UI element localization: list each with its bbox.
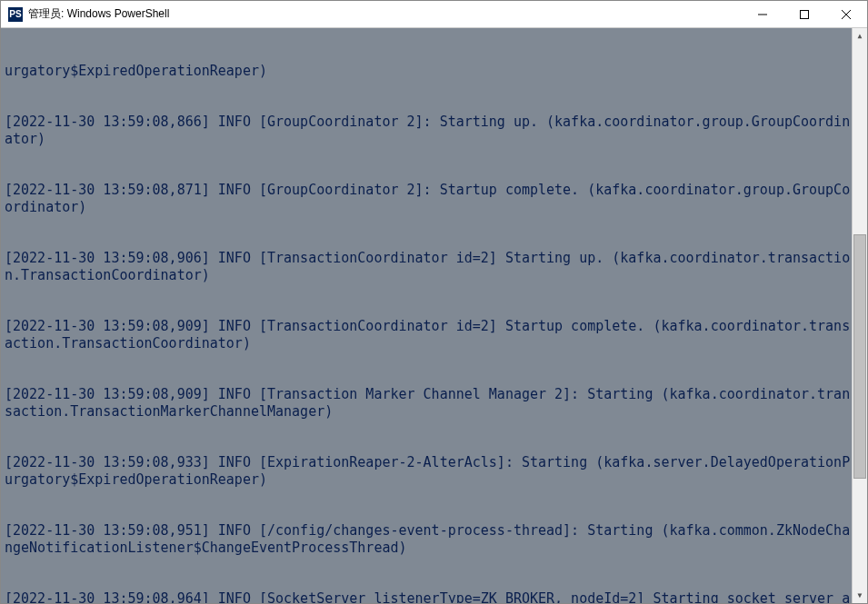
titlebar[interactable]: PS 管理员: Windows PowerShell	[1, 1, 867, 28]
log-line: urgatory$ExpiredOperationReaper)	[5, 63, 851, 80]
window-title: 管理员: Windows PowerShell	[28, 6, 742, 22]
powershell-window: PS 管理员: Windows PowerShell urgatory$Expi…	[0, 0, 868, 604]
scrollbar-thumb[interactable]	[853, 234, 866, 480]
log-line: [2022-11-30 13:59:08,964] INFO [SocketSe…	[5, 590, 851, 603]
console-output: urgatory$ExpiredOperationReaper) [2022-1…	[5, 28, 851, 603]
scrollbar-track[interactable]	[853, 44, 867, 588]
console-area[interactable]: urgatory$ExpiredOperationReaper) [2022-1…	[1, 28, 867, 603]
powershell-icon-label: PS	[9, 10, 21, 19]
log-line: [2022-11-30 13:59:08,951] INFO [/config/…	[5, 522, 851, 557]
window-controls	[742, 1, 867, 27]
svg-rect-1	[801, 10, 809, 18]
minimize-button[interactable]	[742, 1, 783, 27]
scrollbar-up-arrow[interactable]: ▲	[853, 28, 867, 44]
log-line: [2022-11-30 13:59:08,909] INFO [Transact…	[5, 386, 851, 421]
scrollbar-down-arrow[interactable]: ▼	[853, 588, 867, 603]
minimize-icon	[758, 10, 767, 19]
log-line: [2022-11-30 13:59:08,933] INFO [Expirati…	[5, 454, 851, 489]
close-button[interactable]	[825, 1, 867, 27]
close-icon	[842, 10, 851, 19]
vertical-scrollbar[interactable]: ▲ ▼	[852, 28, 867, 603]
powershell-icon: PS	[8, 7, 23, 22]
maximize-icon	[800, 10, 809, 19]
log-line: [2022-11-30 13:59:08,906] INFO [Transact…	[5, 250, 851, 284]
log-line: [2022-11-30 13:59:08,871] INFO [GroupCoo…	[5, 182, 851, 216]
log-line: [2022-11-30 13:59:08,866] INFO [GroupCoo…	[5, 114, 851, 148]
log-line: [2022-11-30 13:59:08,909] INFO [Transact…	[5, 318, 851, 352]
maximize-button[interactable]	[783, 1, 825, 27]
